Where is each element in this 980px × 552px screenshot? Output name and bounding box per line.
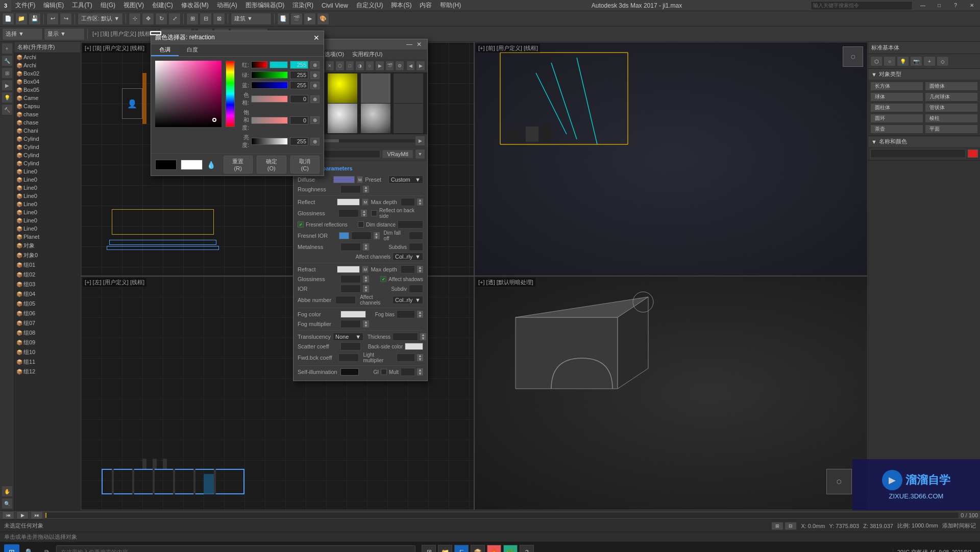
menu-edit[interactable]: 编辑(E): [39, 0, 68, 11]
prism-btn[interactable]: 棱柱: [925, 114, 978, 123]
cp-white-swatch[interactable]: [181, 160, 202, 170]
diffuse-color[interactable]: [333, 176, 355, 183]
menu-content[interactable]: 内容: [415, 0, 436, 11]
scene-item[interactable]: 📦chase: [14, 118, 80, 127]
modify-icon[interactable]: 🔧: [2, 55, 13, 66]
taskbar-3dsmax[interactable]: 3: [520, 545, 534, 552]
move-btn[interactable]: ✥: [142, 13, 154, 25]
grid-toggle[interactable]: ⊞: [771, 522, 783, 530]
utilities-icon[interactable]: 🔨: [2, 104, 13, 115]
viewport-top-right[interactable]: [+] [前] [用户定义] [线框]: [474, 42, 868, 276]
dim-dist-check[interactable]: [358, 221, 364, 228]
scene-item[interactable]: 📦组03: [14, 280, 80, 289]
gloss2-value[interactable]: 1.0: [340, 275, 361, 283]
mat-preview-yellow[interactable]: [328, 73, 357, 103]
scene-item[interactable]: 📦Line0: [14, 175, 80, 184]
cp-r-slider-container[interactable]: [251, 61, 267, 68]
scene-item[interactable]: 📦组10: [14, 347, 80, 357]
cp-b-spin[interactable]: ⊕: [310, 82, 320, 89]
preset-dropdown[interactable]: Custom ▼: [388, 175, 423, 184]
display-icon[interactable]: 💡: [2, 92, 13, 103]
cp-black-swatch[interactable]: [155, 160, 177, 170]
fog-bias-value[interactable]: 0.0: [397, 310, 415, 318]
taskbar-app-6[interactable]: 🌿: [503, 545, 518, 552]
mat-scroll-next-btn[interactable]: ▶: [415, 136, 425, 146]
scene-item[interactable]: 📦Box05: [14, 86, 80, 94]
scene-item[interactable]: 📦Archi: [14, 53, 80, 61]
object-type-header[interactable]: ▼ 对象类型: [868, 69, 980, 80]
mat-bg-btn[interactable]: □: [346, 61, 355, 71]
nav-cube[interactable]: ⬡: [843, 46, 863, 67]
minimize-button[interactable]: —: [915, 0, 931, 11]
affect-ch-dropdown[interactable]: Col..rly ▼: [393, 253, 423, 261]
scatter-value[interactable]: 0.0: [340, 342, 361, 350]
cp-tab-whiteness[interactable]: 白度: [179, 44, 206, 56]
cp-tab-hue[interactable]: 色调: [151, 44, 179, 56]
cp-b-slider-container[interactable]: [251, 82, 288, 89]
diffuse-map-btn[interactable]: M: [357, 176, 363, 183]
undo-btn[interactable]: ↩: [46, 13, 59, 25]
torus-btn[interactable]: 圆环: [870, 114, 923, 123]
select-btn[interactable]: ⊹: [129, 13, 141, 25]
cp-sat-slider-container[interactable]: [251, 117, 288, 124]
align-btn[interactable]: ⊠: [213, 13, 225, 25]
redo-btn[interactable]: ↪: [60, 13, 72, 25]
scene-item[interactable]: 📦组11: [14, 357, 80, 367]
menu-group[interactable]: 组(G): [96, 0, 119, 11]
roughness-down[interactable]: ▼: [363, 189, 369, 193]
mat-backlight-btn[interactable]: ◑: [355, 61, 364, 71]
scene-item[interactable]: 📦组09: [14, 338, 80, 347]
create-shape-btn[interactable]: ○: [884, 56, 896, 66]
menu-custom[interactable]: 自定义(U): [352, 0, 387, 11]
next-frame-btn[interactable]: ⏭: [31, 511, 43, 519]
new-btn[interactable]: 📄: [2, 13, 14, 25]
roughness-value[interactable]: 0.0: [340, 185, 361, 193]
task-view-btn[interactable]: ⧉: [39, 544, 54, 552]
scene-item[interactable]: 📦组01: [14, 260, 80, 270]
menu-file[interactable]: 文件(F): [11, 0, 39, 11]
pan-icon[interactable]: ✋: [2, 486, 13, 497]
reflect-map-btn[interactable]: M: [362, 198, 369, 206]
mat-render-btn[interactable]: 🎬: [385, 61, 395, 71]
mat-scroll-left[interactable]: ◀: [406, 61, 415, 71]
menu-create[interactable]: 创建(C): [148, 0, 177, 11]
scene-item[interactable]: 📦Cylind: [14, 135, 80, 143]
maximize-button[interactable]: □: [931, 0, 947, 11]
scene-item[interactable]: 📦Line0: [14, 216, 80, 224]
display-dropdown[interactable]: 显示 ▼: [44, 28, 85, 40]
mat-video-btn[interactable]: ▶: [375, 61, 384, 71]
help-button[interactable]: ?: [947, 0, 964, 11]
dim-dist-value[interactable]: 100.0mm: [398, 220, 423, 229]
cp-hue-bar[interactable]: [226, 61, 235, 127]
dim-falloff-value[interactable]: 0.0: [409, 232, 423, 240]
open-btn[interactable]: 📁: [15, 13, 28, 25]
scene-item[interactable]: 📦chase: [14, 110, 80, 118]
mode-dropdown[interactable]: 选择 ▼: [2, 28, 43, 40]
gloss-down[interactable]: ▼: [361, 213, 367, 217]
hierarchy-icon[interactable]: ⊞: [2, 67, 13, 79]
taskbar-search[interactable]: 在这里输入你要搜索的内容: [56, 545, 415, 552]
zoom-icon[interactable]: 🔍: [2, 498, 13, 509]
create-geo-btn[interactable]: ⬡: [870, 56, 883, 66]
translucency-dropdown[interactable]: None ▼: [333, 333, 363, 341]
scene-item[interactable]: 📦Cylind: [14, 159, 80, 167]
scene-item[interactable]: 📦Line0: [14, 200, 80, 208]
fior-down[interactable]: ▼: [374, 236, 380, 239]
menu-script[interactable]: 脚本(S): [387, 0, 415, 11]
mat-preview-3[interactable]: [361, 73, 390, 103]
viewport-bottom-right[interactable]: [+] [透] [默认明暗处理] ⬡: [474, 276, 868, 510]
affect-shadows-check[interactable]: ✓: [380, 276, 386, 282]
taskbar-app-4[interactable]: 📦: [471, 545, 485, 552]
scene-item[interactable]: 📦Planet: [14, 233, 80, 241]
geosphere-btn[interactable]: 几何球体: [925, 92, 978, 102]
add-time-marker[interactable]: 添加时间标记: [942, 522, 976, 530]
menu-civil-view[interactable]: Civil View: [317, 1, 352, 10]
self-illum-color[interactable]: [340, 368, 359, 375]
cp-hue-value[interactable]: [290, 95, 308, 103]
nav-cube-3d[interactable]: ⬡: [826, 469, 852, 494]
rotate-btn[interactable]: ↻: [155, 13, 167, 25]
maxd2-down[interactable]: ▼: [417, 269, 423, 273]
ior-value[interactable]: 1.6: [340, 285, 361, 293]
fwd-back-value[interactable]: 1.0: [338, 354, 359, 362]
affect-ch2-dropdown[interactable]: Col..rly ▼: [393, 296, 423, 304]
